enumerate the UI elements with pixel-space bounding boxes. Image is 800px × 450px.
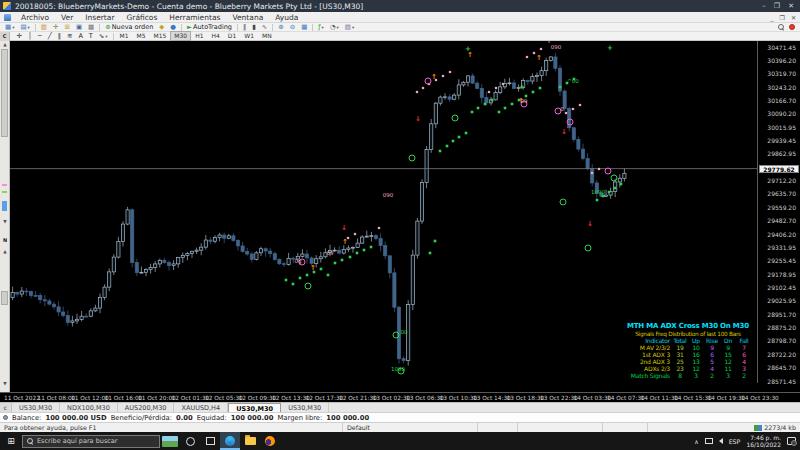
- chart-tab-2[interactable]: AUS200,M30: [118, 403, 175, 413]
- horizontal-line-tool[interactable]: ─: [35, 32, 45, 41]
- chart-workspace: C ▲ ▼ N ▲ ▼ ↓↓↓↓↑↑↑↑↑↑↑+++090090g0900901…: [0, 41, 800, 392]
- timeframe-buttons: M1M5M15M30H1H4D1W1MN: [116, 31, 276, 41]
- scroll-up-icon[interactable]: ▲: [0, 249, 10, 254]
- timeframe-m15[interactable]: M15: [150, 31, 171, 41]
- timeframe-d1[interactable]: D1: [224, 31, 240, 41]
- network-icon[interactable]: [705, 438, 713, 444]
- fibonacci-tool[interactable]: ≋: [64, 32, 75, 41]
- menu-ver[interactable]: Ver: [55, 12, 79, 23]
- left-strip-top-label[interactable]: C: [0, 32, 10, 41]
- search-icon[interactable]: [778, 24, 784, 30]
- market-watch-scrollbar[interactable]: C ▲ ▼ N ▲ ▼: [0, 41, 10, 392]
- cortana-button[interactable]: [180, 432, 200, 450]
- time-axis-label: 14 Oct 03:30: [574, 395, 612, 401]
- line-chart-icon: ∿: [262, 23, 267, 31]
- news-widget-button[interactable]: [160, 432, 180, 450]
- new-order-button-label: Nueva orden: [112, 23, 154, 31]
- action-center-icon[interactable]: [787, 437, 796, 445]
- scrollbar-thumb[interactable]: [1, 291, 8, 305]
- menu-insertar[interactable]: Insertar: [79, 12, 120, 23]
- file-explorer-button[interactable]: [240, 432, 260, 450]
- taskbar-clock[interactable]: 7:46 p. m. 16/10/2022: [746, 434, 781, 448]
- minimize-icon[interactable]: –: [762, 2, 766, 10]
- taskbar-search-input[interactable]: Escribe aquí para buscar: [22, 435, 160, 448]
- timeframe-m30[interactable]: M30: [170, 31, 191, 41]
- panel-row-value: 9: [720, 344, 736, 351]
- channel-tool[interactable]: ∥: [55, 32, 64, 41]
- panel-row-value: 15: [720, 351, 736, 358]
- scroll-down-icon[interactable]: ▼: [0, 381, 10, 386]
- market-watch-button[interactable]: ▥: [38, 23, 50, 32]
- menu-ayuda[interactable]: Ayuda: [269, 12, 304, 23]
- menu-grficos[interactable]: Gráficos: [121, 12, 164, 23]
- notification-badge-icon[interactable]: [789, 24, 795, 30]
- firefox-button[interactable]: [260, 432, 280, 450]
- price-axis-label: 28571.45: [767, 378, 796, 385]
- dropdown-arrow-icon: ▾: [322, 25, 324, 30]
- close-icon[interactable]: ✕: [788, 2, 794, 10]
- label-tool-icon: T: [89, 32, 93, 40]
- chart-tab-4[interactable]: US30,M30: [228, 403, 281, 413]
- timeframe-m1[interactable]: M1: [116, 31, 133, 41]
- tile-windows-button[interactable]: ▦: [298, 23, 310, 32]
- timeframe-h4[interactable]: H4: [208, 31, 224, 41]
- crosshair-tool[interactable]: ✛: [13, 32, 24, 41]
- tabs-corner-button[interactable]: c: [0, 403, 12, 413]
- profiles-button[interactable]: ▤▾: [17, 23, 32, 32]
- timeframe-m5[interactable]: M5: [133, 31, 150, 41]
- volume-icon[interactable]: [719, 438, 723, 444]
- tray-chevron-icon[interactable]: ∧: [694, 438, 698, 445]
- menu-archivo[interactable]: Archivo: [15, 12, 55, 23]
- new-chart-button[interactable]: ▦▾: [2, 23, 17, 32]
- terminal-button[interactable]: ▣: [73, 23, 85, 32]
- data-window-button[interactable]: ✛: [50, 23, 61, 32]
- price-axis-label: 29331.95: [767, 244, 796, 251]
- task-view-button[interactable]: [200, 432, 220, 450]
- scroll-down-icon[interactable]: ▼: [0, 219, 10, 224]
- status-segment: [603, 423, 648, 433]
- metatrader-taskbar-button[interactable]: [220, 432, 240, 450]
- scroll-up-icon[interactable]: ▲: [0, 42, 10, 47]
- panel-row-value: 6: [736, 351, 752, 358]
- text-tool[interactable]: A: [75, 32, 85, 41]
- menu-herramientas[interactable]: Herramientas: [163, 12, 226, 23]
- child-minimize-icon[interactable]: _: [771, 14, 774, 21]
- child-restore-icon[interactable]: ❐: [780, 14, 785, 21]
- label-tool[interactable]: T: [86, 32, 96, 41]
- panel-row-value: 8: [672, 372, 688, 379]
- zoom-out-button[interactable]: ⊖: [287, 23, 298, 32]
- time-axis[interactable]: 11 Oct 202211 Oct 08:0011 Oct 12:0011 Oc…: [0, 392, 800, 402]
- timeframe-mn[interactable]: MN: [258, 31, 276, 41]
- zoom-out-icon: ⊖: [290, 23, 295, 31]
- chart-tab-5[interactable]: US30,M30: [281, 403, 329, 413]
- folder-icon: [245, 437, 256, 445]
- chart-tab-3[interactable]: XAUUSD,H4: [174, 403, 228, 413]
- indicators-button[interactable]: ƒ▾: [315, 23, 327, 32]
- timeframe-w1[interactable]: W1: [240, 31, 258, 41]
- templates-button[interactable]: ▨▾: [342, 23, 357, 32]
- data-window-icon: ✛: [53, 23, 58, 31]
- language-indicator[interactable]: ESP: [729, 438, 741, 445]
- navigator-button[interactable]: ⊞: [61, 23, 72, 32]
- status-profile[interactable]: Default: [343, 423, 478, 433]
- chart-tab-1[interactable]: NDX100,M30: [60, 403, 118, 413]
- scrollbar-thumb[interactable]: [1, 49, 8, 137]
- time-axis-label: 14 Oct 23:30: [741, 395, 779, 401]
- price-axis[interactable]: 30471.4530396.2030319.7030243.2030166.70…: [757, 41, 800, 383]
- periods-button[interactable]: ◔▾: [327, 23, 342, 32]
- strategy-tester-button[interactable]: ▩: [85, 23, 97, 32]
- timeframe-h1[interactable]: H1: [191, 31, 207, 41]
- chart-canvas[interactable]: ↓↓↓↓↑↑↑↑↑↑↑+++090090g0900901090^00109000…: [10, 41, 757, 383]
- zoom-in-button[interactable]: ⊕: [275, 23, 286, 32]
- panel-row: M AV 2/3/21910997: [622, 344, 754, 351]
- start-button[interactable]: ⊞: [0, 436, 22, 446]
- toolbar-separator: [181, 24, 182, 31]
- chart-tab-0[interactable]: US30,M30: [12, 403, 60, 413]
- vertical-line-tool[interactable]: │: [25, 32, 35, 41]
- maximize-icon[interactable]: ❐: [774, 2, 780, 10]
- panel-row-value: 25: [672, 358, 688, 365]
- menu-ventana[interactable]: Ventana: [226, 12, 269, 23]
- child-close-icon[interactable]: ✕: [791, 14, 796, 21]
- arrows-tool[interactable]: ⇘▾: [96, 32, 111, 41]
- trendline-tool[interactable]: ╱: [45, 32, 55, 41]
